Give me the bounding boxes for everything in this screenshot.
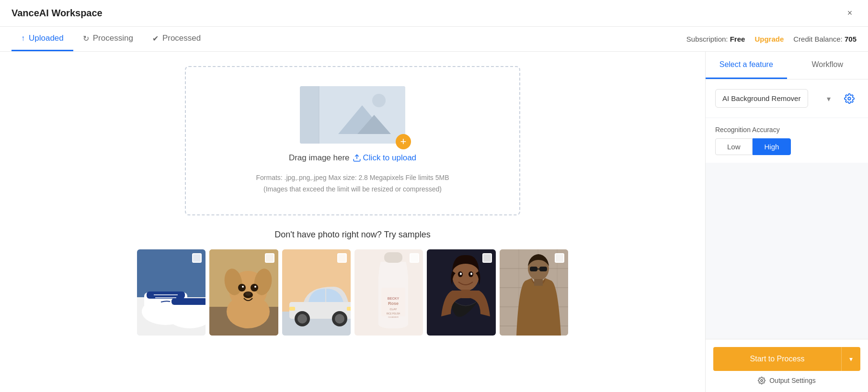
app-title: VanceAI Workspace xyxy=(11,8,103,19)
svg-point-27 xyxy=(242,286,244,288)
tab-processing-label: Processing xyxy=(93,34,133,43)
start-process-row: Start to Process ▾ xyxy=(713,347,860,371)
svg-point-30 xyxy=(245,292,251,296)
svg-rect-49 xyxy=(384,252,402,263)
start-process-dropdown-button[interactable]: ▾ xyxy=(841,347,860,371)
feature-selector-area: AI Background Remover xyxy=(706,79,868,117)
svg-text:RICE POLISH: RICE POLISH xyxy=(387,313,400,315)
svg-point-71 xyxy=(848,97,851,100)
svg-rect-1 xyxy=(300,86,319,144)
svg-rect-67 xyxy=(530,267,537,271)
tabs-row: ↑ Uploaded ↻ Processing ✔ Processed Subs… xyxy=(0,27,868,52)
feature-tabs: Select a feature Workflow xyxy=(706,52,868,79)
subscription-text: Subscription: Free xyxy=(686,35,745,43)
upload-placeholder xyxy=(300,86,405,144)
sample-checkbox-dog[interactable] xyxy=(265,253,274,263)
svg-point-54 xyxy=(460,272,462,275)
output-settings-gear-icon xyxy=(758,377,765,384)
feature-settings-button[interactable] xyxy=(840,90,858,108)
upload-icon: ↑ xyxy=(21,34,25,43)
upload-plus-icon: + xyxy=(396,134,411,149)
tab-workflow[interactable]: Workflow xyxy=(787,52,868,79)
gear-icon xyxy=(844,93,855,104)
svg-point-5 xyxy=(372,94,386,107)
svg-point-38 xyxy=(335,314,344,324)
feature-select[interactable]: AI Background Remover xyxy=(715,89,808,108)
svg-text:Rose: Rose xyxy=(388,301,399,306)
samples-section: Don't have photo right now? Try samples xyxy=(137,230,568,336)
left-panel: + Drag image here Click to upload Forma xyxy=(0,52,705,392)
svg-rect-39 xyxy=(289,307,295,311)
right-panel: Select a feature Workflow AI Background … xyxy=(705,52,868,392)
app-container: VanceAI Workspace × ↑ Uploaded ↻ Process… xyxy=(0,0,868,392)
tab-processing[interactable]: ↻ Processing xyxy=(73,27,143,51)
svg-point-36 xyxy=(297,314,307,324)
svg-text:CLAY: CLAY xyxy=(389,308,397,311)
accuracy-label: Recognition Accuracy xyxy=(715,126,858,134)
samples-title: Don't have photo right now? Try samples xyxy=(137,230,568,240)
sample-item-man[interactable] xyxy=(500,249,568,336)
svg-point-72 xyxy=(761,380,763,381)
header: VanceAI Workspace × xyxy=(0,0,868,27)
sample-checkbox-car[interactable] xyxy=(337,253,347,263)
svg-rect-17 xyxy=(171,298,206,305)
sample-item-person[interactable] xyxy=(427,249,495,336)
sample-item-shoes[interactable] xyxy=(137,249,206,336)
upload-text: Drag image here Click to upload xyxy=(289,153,416,163)
svg-text:BECKY: BECKY xyxy=(388,297,400,300)
upload-hint: Formats: .jpg,.png,.jpeg Max size: 2.8 M… xyxy=(256,172,449,195)
svg-text:CLEANSER: CLEANSER xyxy=(388,316,399,318)
placeholder-svg xyxy=(300,86,405,144)
svg-rect-68 xyxy=(539,267,547,271)
sample-item-dog[interactable] xyxy=(209,249,278,336)
accuracy-buttons: Low High xyxy=(715,138,858,155)
samples-grid: BECKY Rose CLAY RICE POLISH CLEANSER xyxy=(137,249,568,336)
upload-icon-small xyxy=(353,154,361,162)
action-area: Start to Process ▾ Output Settings xyxy=(706,339,868,392)
sample-checkbox-man[interactable] xyxy=(555,253,564,263)
tab-processed-label: Processed xyxy=(162,34,201,43)
svg-point-28 xyxy=(254,286,256,288)
settings-content xyxy=(706,163,868,339)
main-layout: + Drag image here Click to upload Forma xyxy=(0,52,868,392)
accuracy-high-button[interactable]: High xyxy=(753,138,791,155)
tab-select-feature[interactable]: Select a feature xyxy=(706,52,787,79)
start-process-button[interactable]: Start to Process xyxy=(713,347,841,371)
close-button[interactable]: × xyxy=(843,7,857,20)
accuracy-low-button[interactable]: Low xyxy=(715,138,753,155)
accuracy-section: Recognition Accuracy Low High xyxy=(706,118,868,163)
feature-select-wrapper: AI Background Remover xyxy=(715,89,836,108)
sample-checkbox-bottle[interactable] xyxy=(410,253,419,263)
sample-checkbox-shoes[interactable] xyxy=(192,253,202,263)
svg-rect-40 xyxy=(347,307,351,311)
tab-uploaded[interactable]: ↑ Uploaded xyxy=(11,27,73,51)
svg-rect-70 xyxy=(534,279,543,286)
output-settings-row[interactable]: Output Settings xyxy=(713,377,860,384)
sample-item-bottle[interactable]: BECKY Rose CLAY RICE POLISH CLEANSER xyxy=(354,249,423,336)
svg-point-25 xyxy=(238,284,246,291)
upgrade-button[interactable]: Upgrade xyxy=(754,35,784,43)
svg-point-26 xyxy=(251,284,258,291)
tab-uploaded-label: Uploaded xyxy=(29,34,64,43)
upload-icon-container: + xyxy=(300,86,405,144)
sample-checkbox-person[interactable] xyxy=(482,253,492,263)
subscription-info: Subscription: Free Upgrade Credit Balanc… xyxy=(686,35,857,43)
upload-area[interactable]: + Drag image here Click to upload Forma xyxy=(185,66,520,215)
feature-dropdown: AI Background Remover xyxy=(715,89,858,108)
tab-processed[interactable]: ✔ Processed xyxy=(143,27,210,51)
processed-icon: ✔ xyxy=(152,34,159,43)
sample-item-car[interactable] xyxy=(282,249,351,336)
svg-point-55 xyxy=(470,272,472,275)
click-to-upload[interactable]: Click to upload xyxy=(353,153,417,163)
processing-icon: ↻ xyxy=(83,34,89,43)
output-settings-label: Output Settings xyxy=(769,377,816,384)
credit-balance: Credit Balance: 705 xyxy=(793,35,857,43)
